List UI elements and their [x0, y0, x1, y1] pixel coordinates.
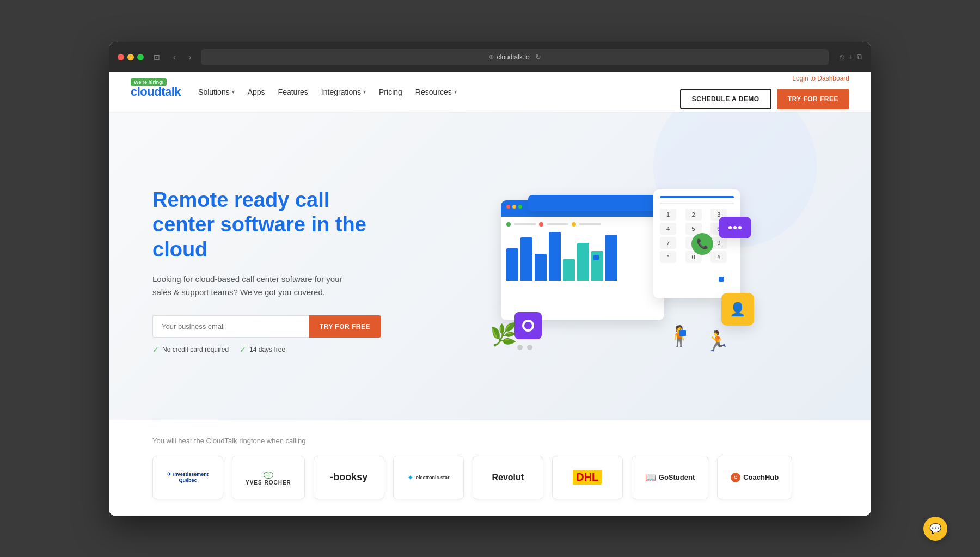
deco-square [593, 255, 599, 260]
forward-button[interactable]: › [186, 52, 195, 63]
hero-try-free-button[interactable]: TRY FOR FREE [309, 315, 381, 338]
dialer-key[interactable]: 1 [660, 209, 676, 221]
dialer-separator [660, 203, 734, 204]
schedule-demo-button[interactable]: SCHEDULE A DEMO [680, 89, 771, 109]
dialer-key[interactable]: 4 [660, 223, 676, 235]
hero-subtitle: Looking for cloud-based call center soft… [152, 273, 359, 299]
nav-apps[interactable]: Apps [248, 88, 265, 96]
traffic-lights [118, 54, 144, 60]
nav-pricing[interactable]: Pricing [379, 88, 402, 96]
header-right: Login to Dashboard SCHEDULE A DEMO TRY F… [680, 75, 849, 109]
hero-left: Remote ready call center software in the… [152, 188, 381, 354]
sidebar-icon[interactable]: ⊡ [150, 52, 163, 63]
chart-bar [535, 254, 547, 281]
illustration: 123456789*0# 👤 🌿 🧍 [485, 189, 757, 353]
chat-dot [733, 226, 737, 229]
dialer-key[interactable]: 5 [685, 223, 702, 235]
chevron-down-icon: ▾ [363, 89, 366, 95]
client-logo-electronic-star: ✦ electronic.star [393, 456, 464, 499]
logo-wrap: We're hiring! cloudtalk [131, 85, 181, 99]
hero-section: Remote ready call center software in the… [109, 112, 871, 420]
record-icon [514, 312, 542, 339]
site-header: We're hiring! cloudtalk Solutions ▾ Apps… [109, 72, 871, 112]
email-input[interactable] [152, 315, 309, 338]
dashboard-card [501, 200, 664, 320]
new-tab-icon[interactable]: + [848, 52, 853, 62]
dialer-key[interactable]: 2 [685, 209, 702, 221]
client-logo-dhl: DHL [552, 456, 623, 499]
chat-bubble [719, 217, 751, 238]
dialer-key[interactable]: * [660, 251, 676, 263]
maximize-button[interactable] [137, 54, 144, 60]
tabs-icon[interactable]: ⧉ [857, 52, 862, 62]
nav-solutions[interactable]: Solutions ▾ [198, 88, 235, 96]
phone-icon: 📞 [691, 233, 713, 255]
dialer-bar [660, 196, 734, 198]
close-button[interactable] [118, 54, 124, 60]
deco-square [719, 277, 724, 282]
avatar-card: 👤 [721, 293, 754, 326]
bar-chart [506, 231, 659, 285]
hiring-badge: We're hiring! [131, 78, 167, 86]
dashboard-body [501, 217, 664, 291]
nav-resources[interactable]: Resources ▾ [415, 88, 457, 96]
security-icon: ⊕ [489, 53, 494, 60]
deco-square [679, 330, 686, 336]
client-logo-coachhub: C CoachHub [717, 456, 792, 499]
hero-illustration: 123456789*0# 👤 🌿 🧍 [414, 184, 828, 358]
logo[interactable]: cloudtalk [131, 85, 181, 99]
trust-badges: ✓ No credit card required ✓ 14 days free [152, 345, 381, 354]
hero-title: Remote ready call center software in the… [152, 188, 381, 262]
clients-subtitle: You will hear the CloudTalk ringtone whe… [152, 437, 828, 445]
website-content: We're hiring! cloudtalk Solutions ▾ Apps… [109, 72, 871, 516]
client-logo-revolut: Revolut [473, 456, 543, 499]
chart-bar [563, 259, 575, 281]
avatar-icon: 👤 [730, 302, 746, 317]
email-form: TRY FOR FREE [152, 315, 381, 338]
chart-bar [605, 235, 617, 281]
plant-icon: 🌿 [490, 322, 517, 347]
login-link[interactable]: Login to Dashboard [792, 75, 849, 82]
pagination-dots [517, 345, 532, 350]
dialer-key[interactable]: 7 [660, 237, 676, 249]
chat-widget[interactable]: 💬 [923, 517, 947, 541]
clients-section: You will hear the CloudTalk ringtone whe… [109, 420, 871, 516]
nav-integrations[interactable]: Integrations ▾ [321, 88, 366, 96]
nav-features[interactable]: Features [278, 88, 308, 96]
client-logo-gostudent: 📖 GoStudent [632, 456, 708, 499]
try-for-free-button[interactable]: TRY FOR FREE [777, 89, 849, 109]
client-logo-booksy: -booksy [314, 456, 384, 499]
minimize-button[interactable] [127, 54, 134, 60]
chart-bar [506, 248, 518, 281]
address-bar[interactable]: ⊕ cloudtalk.io ↻ [201, 49, 828, 65]
url-display: cloudtalk.io [497, 53, 530, 61]
check-icon: ✓ [152, 345, 159, 354]
chevron-down-icon: ▾ [232, 89, 235, 95]
chart-bar [520, 237, 532, 281]
chart-bar [577, 243, 589, 281]
share-icon[interactable]: ⎋ [840, 52, 844, 62]
reload-icon[interactable]: ↻ [535, 53, 541, 61]
trust-badge-no-cc: ✓ No credit card required [152, 345, 229, 354]
browser-chrome: ⊡ ‹ › ⊕ cloudtalk.io ↻ ⎋ + ⧉ [109, 42, 871, 72]
chart-bar [549, 232, 561, 281]
back-button[interactable]: ‹ [170, 52, 179, 63]
header-buttons: SCHEDULE A DEMO TRY FOR FREE [680, 89, 849, 109]
figure-running: 🏃 [705, 330, 730, 353]
secondary-card [528, 195, 670, 211]
dialer-key[interactable]: # [710, 251, 727, 263]
chat-dot [728, 226, 732, 229]
clients-logos: ✈ Investissement Québec ⊙ YVES ROCHER -b… [152, 456, 828, 499]
client-logo-yves-rocher: ⊙ YVES ROCHER [232, 456, 305, 499]
chevron-down-icon: ▾ [454, 89, 457, 95]
trust-badge-14-days: ✓ 14 days free [240, 345, 285, 354]
chat-dot [738, 226, 742, 229]
nav-links: Solutions ▾ Apps Features Integrations ▾ [198, 88, 457, 96]
client-logo-investissement: ✈ Investissement Québec [152, 456, 223, 499]
check-icon: ✓ [240, 345, 246, 354]
header-left: We're hiring! cloudtalk Solutions ▾ Apps… [131, 85, 457, 99]
